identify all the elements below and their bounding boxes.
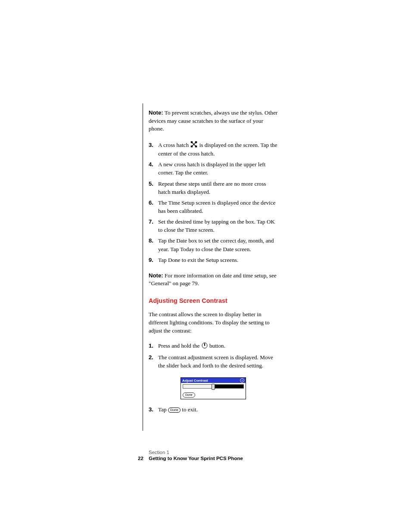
step-number: 6. <box>149 199 158 215</box>
section-label: Section 1 <box>149 450 243 455</box>
page-footer: Section 1 22 Getting to Know Your Sprint… <box>138 450 243 461</box>
note-text: For more information on date and time se… <box>149 272 277 286</box>
step-text: Tap the Date box to set the correct day,… <box>158 236 278 253</box>
widget-titlebar: Adjust Contrast i <box>181 378 246 383</box>
step-number: 8. <box>149 236 158 253</box>
widget-done-button: Done <box>183 392 195 398</box>
step-text: The Time Setup screen is displayed once … <box>158 199 278 215</box>
calibration-steps: 3. A cross hatch is displayed on the scr… <box>149 141 278 264</box>
step-text: Repeat these steps until there are no mo… <box>158 180 278 196</box>
contrast-intro: The contrast allows the screen to displa… <box>149 310 278 335</box>
step-text: A cross hatch is displayed on the screen… <box>158 141 278 158</box>
note-stylus: Note: To prevent scratches, always use t… <box>149 109 278 133</box>
contrast-step-2: 2.The contrast adjustment screen is disp… <box>149 353 278 370</box>
contrast-step-3-list: 3. Tap Done to exit. <box>149 405 278 414</box>
note-date-time: Note: For more information on date and t… <box>149 272 278 288</box>
step-number: 2. <box>149 353 158 370</box>
step-number: 3. <box>149 405 158 414</box>
note-text: To prevent scratches, always use the sty… <box>149 109 277 132</box>
page-number: 22 <box>138 456 147 461</box>
step-text: Tap Done to exit the Setup screens. <box>158 256 278 264</box>
step-number: 4. <box>149 160 158 177</box>
contrast-step-3: 3. Tap Done to exit. <box>149 405 278 414</box>
vertical-rule <box>143 103 143 431</box>
step-3: 3. A cross hatch is displayed on the scr… <box>149 141 278 158</box>
step-text: The contrast adjustment screen is displa… <box>158 353 278 370</box>
step-8: 8.Tap the Date box to set the correct da… <box>149 236 278 253</box>
step-text: Tap Done to exit. <box>158 405 278 414</box>
svg-rect-5 <box>196 146 197 147</box>
contrast-steps: 1. Press and hold the button. 2.The cont… <box>149 342 278 370</box>
step-number: 9. <box>149 256 158 264</box>
step-number: 3. <box>149 141 158 158</box>
power-button-icon <box>202 342 208 351</box>
note-label: Note: <box>149 109 163 116</box>
step-9: 9.Tap Done to exit the Setup screens. <box>149 256 278 264</box>
step-number: 5. <box>149 180 158 196</box>
widget-body: Done <box>181 383 246 399</box>
step-7: 7.Set the desired time by tapping on the… <box>149 218 278 234</box>
step-number: 7. <box>149 218 158 234</box>
step-text: Set the desired time by tapping on the b… <box>158 218 278 234</box>
svg-rect-2 <box>191 142 193 143</box>
slider-thumb <box>212 384 215 390</box>
note-label: Note: <box>149 272 163 279</box>
step-number: 1. <box>149 342 158 351</box>
contrast-step-1: 1. Press and hold the button. <box>149 342 278 351</box>
info-icon: i <box>240 378 244 383</box>
step-text: A new cross hatch is displayed in the up… <box>158 160 278 177</box>
svg-rect-4 <box>191 146 193 147</box>
svg-rect-3 <box>196 142 197 143</box>
step-4: 4.A new cross hatch is displayed in the … <box>149 160 278 177</box>
crosshatch-icon <box>190 141 197 149</box>
step-5: 5.Repeat these steps until there are no … <box>149 180 278 196</box>
widget-title: Adjust Contrast <box>182 379 208 383</box>
adjust-contrast-screenshot: Adjust Contrast i Done <box>181 377 246 399</box>
done-pill-icon: Done <box>168 408 181 413</box>
step-6: 6.The Time Setup screen is displayed onc… <box>149 199 278 215</box>
chapter-title: Getting to Know Your Sprint PCS Phone <box>149 456 243 461</box>
heading-adjusting-contrast: Adjusting Screen Contrast <box>149 297 278 304</box>
page-content: Note: To prevent scratches, always use t… <box>149 103 278 421</box>
step-text: Press and hold the button. <box>158 342 278 351</box>
contrast-slider <box>183 384 244 389</box>
